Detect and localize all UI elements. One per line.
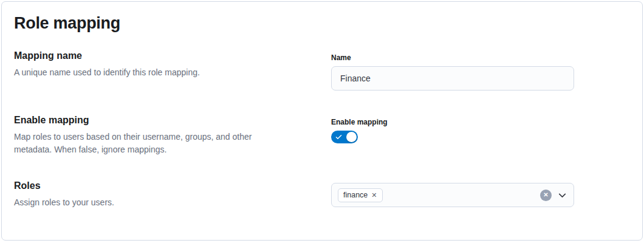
role-pill-finance: finance ✕ (338, 188, 383, 202)
switch-knob (346, 132, 357, 142)
mapping-name-description: A unique name used to identify this role… (14, 66, 289, 79)
enable-mapping-switch-label: Enable mapping (331, 117, 574, 127)
roles-combobox[interactable]: finance ✕ ✕ (331, 183, 574, 207)
form-row-enable-mapping: Enable mapping Map roles to users based … (14, 114, 630, 156)
roles-heading: Roles (14, 179, 313, 192)
mapping-name-field-group: Name (331, 49, 574, 91)
check-icon (335, 133, 343, 141)
name-field-label: Name (331, 53, 574, 63)
role-pill-label: finance (343, 191, 368, 199)
roles-describe: Roles Assign roles to your users. (14, 179, 313, 209)
enable-mapping-switch[interactable] (331, 131, 358, 143)
role-mapping-panel: Role mapping Mapping name A unique name … (1, 1, 643, 241)
roles-field-group: finance ✕ ✕ (331, 179, 574, 207)
form-row-mapping-name: Mapping name A unique name used to ident… (14, 49, 630, 91)
combobox-toggle-button[interactable] (557, 190, 567, 200)
form-row-roles: Roles Assign roles to your users. financ… (14, 179, 630, 209)
mapping-name-describe: Mapping name A unique name used to ident… (14, 49, 313, 79)
chevron-down-icon (557, 193, 567, 202)
remove-role-icon[interactable]: ✕ (371, 192, 377, 199)
mapping-name-heading: Mapping name (14, 49, 313, 62)
enable-mapping-heading: Enable mapping (14, 114, 313, 126)
page-title: Role mapping (14, 13, 630, 33)
roles-description: Assign roles to your users. (14, 196, 289, 209)
enable-mapping-description: Map roles to users based on their userna… (14, 131, 289, 156)
clear-icon: ✕ (543, 192, 548, 198)
enable-mapping-field-group: Enable mapping (331, 114, 574, 143)
clear-selection-button[interactable]: ✕ (540, 190, 552, 201)
enable-mapping-describe: Enable mapping Map roles to users based … (14, 114, 313, 156)
name-input[interactable] (331, 66, 574, 91)
